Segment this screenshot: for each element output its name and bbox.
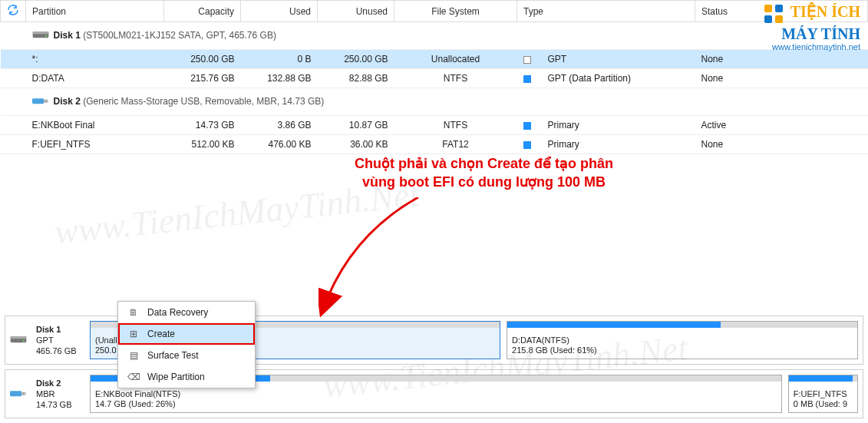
partition-unused: 82.88 GB	[318, 69, 394, 88]
disk-icon	[10, 387, 27, 402]
partition-type: Primary	[542, 116, 695, 135]
disk-map-label: Disk 1GPT465.76 GB	[10, 321, 84, 359]
svg-rect-14	[764, 5, 772, 12]
svg-rect-17	[775, 15, 783, 23]
partition-drive: E:NKBoot Final	[26, 116, 164, 135]
partition-table[interactable]: Partition Capacity Used Unused File Syst…	[0, 0, 868, 154]
partition-used: 0 B	[241, 50, 318, 69]
partition-status: None	[695, 50, 868, 69]
recovery-icon: 🗎	[127, 307, 140, 318]
partition-type: Primary	[542, 135, 695, 154]
context-menu: 🗎Data Recovery⊞Create▤Surface Test⌫Wipe …	[117, 301, 256, 388]
svg-rect-15	[775, 5, 783, 12]
col-capacity[interactable]: Capacity	[164, 1, 241, 22]
annotation-text: Chuột phải và chọn Create để tạo phân vù…	[223, 154, 745, 192]
disk-name: Disk 1	[54, 30, 81, 41]
partition-drive: F:UEFI_NTFS	[26, 135, 164, 154]
disk-icon	[10, 333, 27, 348]
map-partition-size: 14.7 GB (Used: 26%)	[95, 399, 777, 409]
svg-rect-10	[10, 391, 21, 396]
disk-subinfo: (Generic Mass-Storage USB, Removable, MB…	[83, 96, 324, 107]
svg-rect-12	[23, 392, 24, 393]
partition-filesystem: Unallocated	[394, 50, 517, 69]
annotation-arrow-icon	[318, 197, 472, 320]
disk-header-row[interactable]: Disk 1 (ST500LM021-1KJ152 SATA, GPT, 465…	[1, 22, 868, 50]
svg-point-2	[45, 35, 46, 37]
disk-map-partition[interactable]: F:UEFI_NTFS0 MB (Used: 9	[788, 375, 858, 413]
disk-icon	[32, 94, 49, 109]
map-partition-label: D:DATA(NTFS)	[512, 335, 853, 345]
partition-status: None	[695, 135, 868, 154]
svg-rect-16	[764, 15, 772, 23]
menu-item-label: Wipe Partition	[147, 372, 205, 382]
partition-type-icon	[523, 75, 531, 83]
map-partition-size: 0 MB (Used: 9	[794, 399, 853, 409]
partition-type-icon	[523, 122, 531, 130]
menu-item-create[interactable]: ⊞Create	[118, 323, 255, 345]
partition-type: GPT (Data Partition)	[542, 69, 695, 88]
partition-unused: 250.00 GB	[318, 50, 394, 69]
refresh-icon	[7, 8, 19, 18]
disk-icon	[32, 28, 49, 43]
partition-status: None	[695, 69, 868, 88]
svg-rect-13	[23, 394, 24, 395]
menu-item-data-recovery[interactable]: 🗎Data Recovery	[118, 302, 255, 323]
partition-unused: 36.00 KB	[318, 135, 394, 154]
partition-row[interactable]: F:UEFI_NTFS512.00 KB476.00 KB36.00 KBFAT…	[1, 135, 868, 154]
partition-row[interactable]: *:250.00 GB0 B250.00 GBUnallocatedGPTNon…	[1, 50, 868, 69]
brand-logo: TIỆN ÍCH MÁY TÍNH www.tienichmaytinh.net	[763, 3, 860, 51]
col-used[interactable]: Used	[241, 1, 318, 22]
logo-icon	[763, 3, 784, 26]
disk-subinfo: (ST500LM021-1KJ152 SATA, GPT, 465.76 GB)	[83, 30, 276, 41]
disk-name: Disk 2	[54, 96, 81, 107]
menu-item-label: Create	[147, 329, 175, 339]
svg-rect-1	[32, 31, 48, 34]
partition-used: 3.86 GB	[241, 116, 318, 135]
disk-header-row[interactable]: Disk 2 (Generic Mass-Storage USB, Remova…	[1, 88, 868, 116]
partition-used: 132.88 GB	[241, 69, 318, 88]
partition-unused: 10.87 GB	[318, 116, 394, 135]
partition-capacity: 512.00 KB	[164, 135, 241, 154]
partition-row[interactable]: E:NKBoot Final14.73 GB3.86 GB10.87 GBNTF…	[1, 116, 868, 135]
partition-used: 476.00 KB	[241, 135, 318, 154]
map-partition-label: E:NKBoot Final(NTFS)	[95, 389, 777, 399]
partition-filesystem: NTFS	[394, 116, 517, 135]
svg-rect-5	[45, 100, 45, 101]
partition-type-icon	[523, 56, 531, 64]
svg-rect-3	[32, 98, 44, 104]
partition-filesystem: FAT12	[394, 135, 517, 154]
surface-icon: ▤	[127, 350, 140, 361]
menu-item-label: Surface Test	[147, 350, 198, 361]
col-partition[interactable]: Partition	[26, 1, 164, 22]
disk-map: Disk 1GPT465.76 GB(Unallocated)250.0 GBD…	[5, 316, 863, 365]
partition-drive: *:	[26, 50, 164, 69]
partition-drive: D:DATA	[26, 69, 164, 88]
partition-capacity: 250.00 GB	[164, 50, 241, 69]
partition-status: Active	[695, 116, 868, 135]
partition-row[interactable]: D:DATA215.76 GB132.88 GB82.88 GBNTFSGPT …	[1, 69, 868, 88]
svg-point-9	[23, 340, 25, 342]
disk-map-label: Disk 2MBR14.73 GB	[10, 375, 84, 413]
menu-item-surface-test[interactable]: ▤Surface Test	[118, 345, 255, 366]
col-type[interactable]: Type	[517, 1, 695, 22]
partition-filesystem: NTFS	[394, 69, 517, 88]
partition-capacity: 14.73 GB	[164, 116, 241, 135]
col-unused[interactable]: Unused	[318, 1, 394, 22]
partition-type: GPT	[542, 50, 695, 69]
table-header-row: Partition Capacity Used Unused File Syst…	[1, 1, 868, 22]
partition-capacity: 215.76 GB	[164, 69, 241, 88]
refresh-button[interactable]	[1, 1, 26, 22]
svg-rect-6	[45, 101, 45, 102]
wipe-icon: ⌫	[127, 372, 140, 382]
partition-type-icon	[523, 141, 531, 149]
map-partition-label: F:UEFI_NTFS	[794, 389, 853, 399]
menu-item-label: Data Recovery	[147, 307, 208, 318]
disk-map-partition[interactable]: D:DATA(NTFS)215.8 GB (Used: 61%)	[507, 321, 858, 359]
map-partition-size: 215.8 GB (Used: 61%)	[512, 345, 853, 355]
menu-item-wipe-partition[interactable]: ⌫Wipe Partition	[118, 366, 255, 388]
col-filesystem[interactable]: File System	[394, 1, 517, 22]
svg-rect-8	[11, 335, 27, 338]
create-icon: ⊞	[127, 329, 140, 339]
